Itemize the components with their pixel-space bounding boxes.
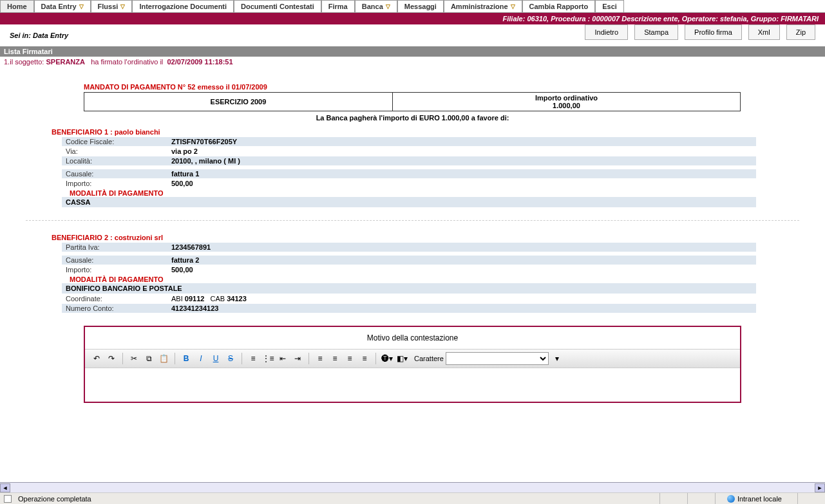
align-center-icon[interactable]: ≡ [328,352,341,365]
chevron-down-icon: ▽ [386,3,390,10]
underline-icon[interactable]: U [209,352,222,365]
breadcrumb: Sei in: Data Entry [0,25,78,46]
header-table: ESERCIZIO 2009 Importo ordinativo 1.000,… [84,92,741,111]
nav-messaggi[interactable]: Messaggi [397,0,444,12]
font-select[interactable] [446,352,549,365]
esercizio-cell: ESERCIZIO 2009 [84,93,393,111]
align-justify-icon[interactable]: ≡ [358,352,371,365]
editor-area[interactable] [85,368,740,394]
nav-cambia[interactable]: Cambia Rapporto [522,0,596,12]
action-bar: Indietro Stampa Profilo firma Xml Zip [575,24,825,46]
chevron-down-icon: ▽ [511,3,515,10]
modalita-value-2: BONIFICO BANCARIO E POSTALE [62,283,756,294]
top-nav: Home Data Entry▽ Flussi▽ Interrogazione … [0,0,825,13]
coordinate-row: Coordinate: ABI 09112 CAB 34123 [62,294,756,303]
italic-icon[interactable]: I [194,352,207,365]
signatory-row: 1.il soggetto: SPERANZA ha firmato l'ord… [0,57,825,67]
importo-cell: Importo ordinativo 1.000,00 [392,93,740,111]
document-content: MANDATO DI PAGAMENTO N° 52 emesso il 01/… [0,67,825,422]
bg-color-icon[interactable]: ◧▾ [395,352,408,365]
xml-button[interactable]: Xml [748,24,780,40]
nav-interrogazione[interactable]: Interrogazione Documenti [132,0,234,12]
undo-icon[interactable]: ↶ [90,352,103,365]
editor-title: Motivo della contestazione [85,327,740,349]
bold-icon[interactable]: B [180,352,193,365]
text-color-icon[interactable]: 🅣▾ [381,352,394,365]
list-ordered-icon[interactable]: ≡ [247,352,260,365]
beneficiario-2-title: BENEFICIARIO 2 : costruzioni srl [52,234,799,241]
nav-esci[interactable]: Esci [595,0,624,12]
back-button[interactable]: Indietro [585,24,628,40]
nav-flussi[interactable]: Flussi▽ [91,0,133,12]
copy-icon[interactable]: ⧉ [142,352,155,365]
cut-icon[interactable]: ✂ [128,352,140,365]
list-unordered-icon[interactable]: ⋮≡ [261,352,274,365]
paste-icon[interactable]: 📋 [157,352,170,365]
nav-banca[interactable]: Banca▽ [355,0,397,12]
chevron-down-icon: ▽ [79,3,84,10]
nav-contestati[interactable]: Documenti Contestati [234,0,321,12]
print-button[interactable]: Stampa [634,24,678,40]
strike-icon[interactable]: S [224,352,237,365]
nav-data-entry[interactable]: Data Entry▽ [34,0,91,12]
font-label: Carattere [414,355,444,362]
zip-button[interactable]: Zip [786,24,815,40]
outdent-icon[interactable]: ⇤ [276,352,289,365]
redo-icon[interactable]: ↷ [105,352,118,365]
editor-toolbar: ↶ ↷ ✂ ⧉ 📋 B I U S ≡ ⋮≡ ⇤ ⇥ ≡ ≡ ≡ ≡ 🅣▾ ◧▾… [85,349,740,368]
modalita-title-2: MODALITÀ DI PAGAMENTO [70,275,799,283]
indent-icon[interactable]: ⇥ [291,352,304,365]
editor-box: Motivo della contestazione ↶ ↷ ✂ ⧉ 📋 B I… [84,326,741,403]
document-title: MANDATO DI PAGAMENTO N° 52 emesso il 01/… [84,83,799,91]
beneficiario-1-title: BENEFICIARIO 1 : paolo bianchi [52,128,799,136]
chevron-down-icon: ▽ [120,3,125,10]
nav-firma[interactable]: Firma [321,0,355,12]
align-left-icon[interactable]: ≡ [314,352,327,365]
modalita-title-1: MODALITÀ DI PAGAMENTO [70,189,799,197]
modalita-value-1: CASSA [62,197,756,207]
nav-home[interactable]: Home [0,0,34,12]
divider [26,220,799,221]
font-dropdown-icon[interactable]: ▾ [551,352,564,365]
align-right-icon[interactable]: ≡ [343,352,356,365]
lista-firmatari-header: Lista Firmatari [0,46,825,57]
profile-button[interactable]: Profilo firma [685,24,742,40]
context-bar: Filiale: 06310, Procedura : 0000007 Desc… [0,13,825,24]
nav-amministrazione[interactable]: Amministrazione▽ [444,0,522,12]
bank-note: La Banca pagherà l'importo di EURO 1.000… [26,114,799,122]
